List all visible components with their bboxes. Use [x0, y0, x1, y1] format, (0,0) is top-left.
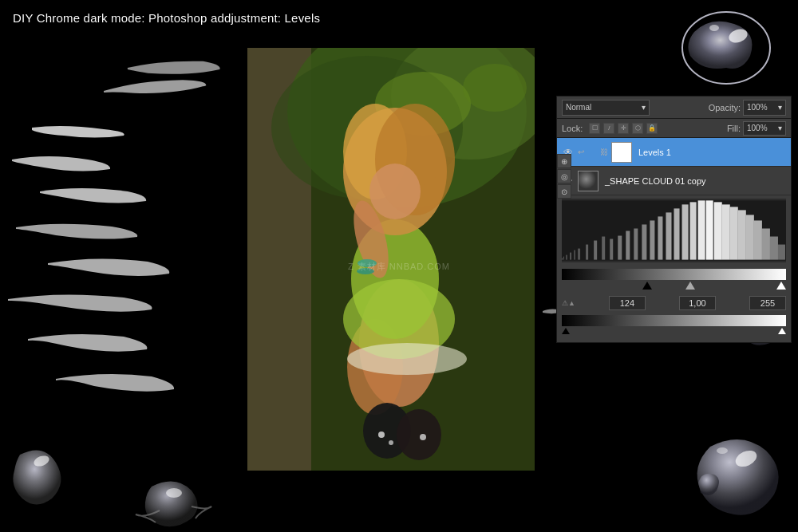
- warning-icon: ⚠▲: [562, 299, 575, 307]
- histogram-area: [562, 199, 786, 262]
- svg-rect-39: [586, 245, 588, 260]
- svg-rect-42: [610, 239, 613, 260]
- svg-rect-45: [634, 228, 638, 259]
- white-point-input[interactable]: [749, 296, 786, 310]
- svg-point-29: [378, 432, 385, 438]
- layer-name-levels: Levels 1: [638, 148, 671, 157]
- svg-rect-55: [714, 202, 722, 259]
- levels-slider-area: [557, 266, 791, 294]
- main-photo: [247, 48, 535, 471]
- svg-point-5: [717, 447, 728, 454]
- layer-thumbnail-shape: [578, 171, 598, 191]
- lock-fill-row: Lock: ☐ / ✛ ⬡ 🔒 Fill: 100% ▾: [557, 119, 791, 138]
- blend-mode-dropdown[interactable]: Normal ▾: [562, 100, 650, 116]
- chrome-blob-bottom-left: [13, 450, 61, 504]
- black-point-slider[interactable]: [642, 282, 652, 290]
- output-black-slider[interactable]: [562, 328, 570, 334]
- svg-rect-46: [642, 224, 646, 259]
- photoshop-panel: Normal ▾ Opacity: 100% ▾ Lock: ☐ / ✛ ⬡ 🔒…: [556, 96, 792, 343]
- layer-thumbnail-levels: [611, 142, 632, 163]
- svg-rect-58: [738, 210, 746, 259]
- svg-rect-63: [778, 245, 785, 260]
- svg-point-28: [397, 409, 441, 460]
- input-gradient-bar: [562, 269, 786, 280]
- svg-rect-51: [682, 204, 689, 259]
- svg-rect-33: [562, 258, 563, 260]
- white-point-slider[interactable]: [776, 282, 786, 290]
- levels-values-row: ⚠▲: [557, 294, 791, 312]
- svg-rect-60: [754, 220, 762, 259]
- chrome-blob-top-right: [682, 12, 770, 84]
- opacity-label: Opacity:: [709, 103, 741, 112]
- svg-rect-54: [706, 200, 713, 259]
- fill-dropdown[interactable]: 100% ▾: [743, 121, 786, 136]
- chrome-blob-bottom-right: [697, 439, 779, 515]
- svg-point-4: [733, 447, 760, 470]
- svg-rect-50: [674, 208, 680, 259]
- layer-shape-cloud[interactable]: 👁 _SHAPE CLOUD 01 copy: [557, 167, 791, 195]
- svg-rect-57: [730, 207, 738, 259]
- lock-pixels-icon[interactable]: ☐: [589, 123, 600, 134]
- svg-point-0: [682, 12, 770, 84]
- lock-label: Lock:: [562, 124, 583, 133]
- chain-icon-levels: ⛓: [600, 148, 608, 156]
- svg-rect-36: [570, 253, 571, 260]
- lock-icons-group: ☐ / ✛ ⬡ 🔒: [589, 123, 658, 134]
- lock-move-icon[interactable]: ✛: [618, 123, 629, 134]
- histogram-chart: [562, 199, 786, 262]
- svg-point-19: [347, 343, 467, 375]
- svg-rect-53: [698, 200, 705, 259]
- adjust-tool-btn[interactable]: ◎: [557, 169, 571, 183]
- page-title: DIY Chrome dark mode: Photoshop addjustm…: [13, 11, 320, 25]
- lock-artboard-icon[interactable]: ⬡: [632, 123, 643, 134]
- input-slider-handles: [562, 282, 786, 293]
- select-tool-btn[interactable]: ⊙: [557, 184, 571, 199]
- output-slider-handles: [557, 328, 791, 336]
- lock-all-icon[interactable]: 🔒: [646, 123, 658, 134]
- opacity-dropdown[interactable]: 100% ▾: [743, 100, 786, 116]
- svg-point-30: [389, 440, 393, 445]
- opacity-control: Opacity: 100% ▾: [709, 100, 786, 116]
- opacity-arrow: ▾: [778, 103, 782, 112]
- svg-rect-52: [690, 202, 697, 259]
- eyedropper-tool-btn[interactable]: ⊕: [557, 154, 571, 168]
- svg-rect-61: [762, 228, 770, 259]
- svg-rect-48: [658, 216, 662, 259]
- blend-mode-value: Normal: [566, 103, 591, 112]
- lock-image-icon[interactable]: /: [603, 123, 614, 134]
- chrome-blob-bottom-center: [136, 482, 211, 527]
- svg-rect-40: [594, 241, 597, 260]
- svg-rect-47: [650, 220, 654, 259]
- svg-point-1: [727, 26, 749, 45]
- svg-rect-56: [722, 204, 730, 259]
- svg-rect-38: [578, 249, 580, 260]
- warning-indicator: ⚠▲: [562, 296, 575, 310]
- blend-mode-arrow: ▾: [642, 103, 646, 112]
- svg-rect-37: [574, 250, 575, 260]
- layer-name-shape: _SHAPE CLOUD 01 copy: [605, 176, 706, 186]
- fill-arrow: ▾: [778, 124, 782, 132]
- svg-point-31: [420, 434, 426, 440]
- layer-levels-1[interactable]: 👁 ↩ ⛓ Levels 1: [557, 138, 791, 167]
- blend-opacity-row: Normal ▾ Opacity: 100% ▾: [557, 97, 791, 119]
- midpoint-slider[interactable]: [685, 282, 695, 290]
- midpoint-input[interactable]: [679, 296, 716, 310]
- svg-point-14: [463, 64, 527, 112]
- svg-rect-44: [626, 231, 630, 260]
- output-white-slider[interactable]: [778, 328, 786, 334]
- fill-label: Fill:: [727, 124, 741, 133]
- svg-rect-41: [602, 237, 605, 260]
- fill-value-text: 100%: [747, 124, 768, 132]
- watermark: Z 素材库 NNBAD.COM: [348, 260, 450, 272]
- svg-point-23: [369, 164, 421, 219]
- svg-point-7: [166, 488, 182, 498]
- opacity-value-text: 100%: [747, 103, 768, 112]
- svg-rect-59: [746, 215, 754, 259]
- black-point-input[interactable]: [609, 296, 646, 310]
- svg-point-2: [709, 25, 719, 31]
- svg-rect-43: [618, 236, 622, 260]
- link-icon-levels: ↩: [578, 148, 584, 156]
- svg-rect-49: [666, 212, 671, 259]
- fill-control: Fill: 100% ▾: [727, 121, 786, 136]
- svg-rect-35: [566, 255, 567, 260]
